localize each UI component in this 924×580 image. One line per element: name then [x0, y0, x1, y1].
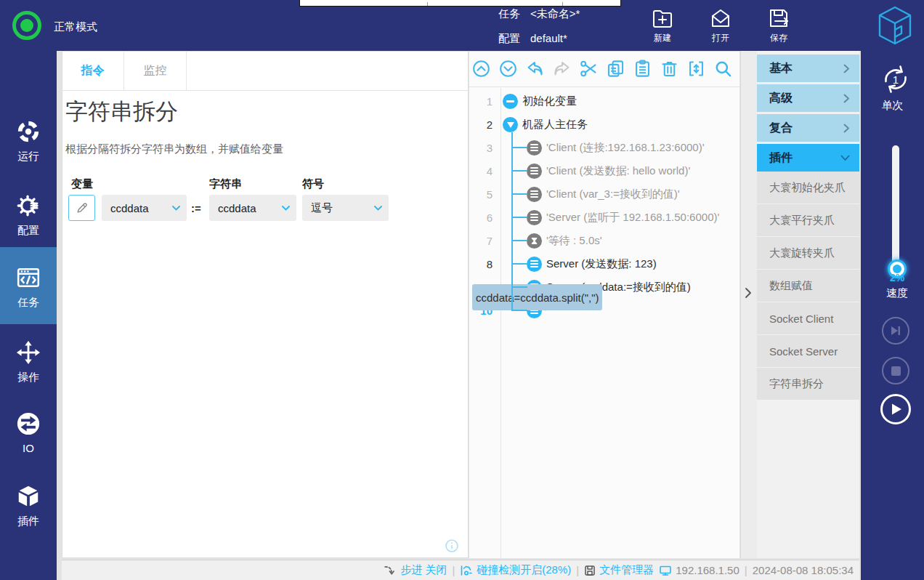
- library-item[interactable]: 数组赋值: [757, 270, 859, 302]
- edit-variable-button[interactable]: [68, 195, 95, 221]
- info-icon[interactable]: [445, 539, 459, 553]
- play-button[interactable]: [880, 394, 911, 424]
- run-control-panel: [861, 51, 924, 580]
- tree-row[interactable]: 5 'Client (var_3:=接收到的值)': [469, 182, 739, 206]
- tree-connector-stub: [511, 286, 527, 288]
- redo-button[interactable]: [552, 59, 572, 78]
- cut-button[interactable]: [579, 59, 599, 78]
- save-icon: [768, 7, 790, 29]
- sidebar-item-plugin[interactable]: 插件: [0, 484, 57, 528]
- tree-row[interactable]: 6 'Server (监听于 192.168.1.50:6000)': [469, 206, 739, 229]
- file-manager-link[interactable]: 文件管理器: [584, 563, 654, 577]
- open-button[interactable]: 打开: [700, 7, 741, 44]
- sidebar-item-label: 插件: [17, 515, 39, 528]
- collision-icon: [460, 565, 473, 576]
- status-separator: |: [576, 564, 579, 576]
- brand-logo-icon: [878, 6, 912, 45]
- play-icon: [890, 403, 902, 416]
- library-item-label: 大寰旋转夹爪: [769, 246, 835, 260]
- category-plugin[interactable]: 插件: [757, 144, 859, 172]
- step-forward-button[interactable]: [882, 317, 909, 345]
- tree-row-selected[interactable]: 10 ccddata=ccddata.split(","): [469, 299, 739, 322]
- wait-instruction-icon: [527, 233, 542, 249]
- tree-row-text: 初始化变量: [522, 94, 577, 108]
- left-sidebar: 运行 配置 任务 操作: [0, 51, 57, 580]
- tree-row[interactable]: 8 Server (发送数据: 123): [469, 252, 739, 275]
- ip-address: 192.168.1.50: [659, 564, 739, 576]
- sidebar-item-task[interactable]: 任务: [0, 247, 57, 324]
- instruction-description: 根据分隔符拆分字符串为数组，并赋值给变量: [65, 142, 283, 156]
- collapse-button[interactable]: [686, 59, 706, 78]
- library-item[interactable]: Socket Client: [757, 302, 859, 335]
- chevron-right-icon: [843, 64, 850, 73]
- library-item[interactable]: 大寰初始化夹爪: [757, 172, 859, 204]
- skip-icon: [890, 325, 901, 337]
- category-composite[interactable]: 复合: [757, 114, 859, 142]
- copy-button[interactable]: [606, 59, 625, 78]
- delete-button[interactable]: [660, 59, 679, 78]
- run-icon: [16, 119, 41, 144]
- program-tree: 1 初始化变量 2 机器人主任务 3 'Client (连接:192.168.1…: [469, 89, 739, 322]
- library-item[interactable]: Socket Server: [757, 335, 859, 368]
- stop-button[interactable]: [882, 357, 909, 384]
- sidebar-item-io[interactable]: IO: [0, 411, 57, 454]
- expand-panel-button[interactable]: [745, 287, 752, 299]
- sidebar-item-label: 运行: [17, 150, 39, 164]
- step-mode-status[interactable]: 步进 关闭: [384, 563, 447, 577]
- sidebar-item-jog[interactable]: 操作: [0, 340, 57, 384]
- category-label: 插件: [769, 150, 793, 166]
- open-button-label: 打开: [712, 32, 729, 44]
- search-button[interactable]: [713, 59, 733, 78]
- library-item[interactable]: 大寰平行夹爪: [757, 204, 859, 237]
- save-button[interactable]: 保存: [758, 7, 799, 44]
- open-file-icon: [710, 7, 732, 29]
- tree-row[interactable]: 1 初始化变量: [469, 89, 739, 113]
- tree-row-text: '等待 : 5.0s': [546, 234, 602, 248]
- move-down-button[interactable]: [498, 59, 518, 78]
- chevron-down-icon: [172, 206, 180, 211]
- single-run-label: 单次: [861, 99, 924, 113]
- sidebar-item-config[interactable]: 配置: [0, 193, 57, 238]
- library-item[interactable]: 大寰旋转夹爪: [757, 237, 859, 270]
- new-button[interactable]: 新建: [642, 7, 683, 44]
- variable-select[interactable]: ccddata: [102, 195, 187, 221]
- config-name-row: 配置 default*: [498, 32, 567, 46]
- line-number: 5: [469, 188, 500, 201]
- tree-toolbar: [469, 51, 739, 87]
- move-up-button[interactable]: [471, 59, 491, 78]
- expand-node-icon[interactable]: [503, 117, 518, 132]
- tree-row[interactable]: 3 'Client (连接:192.168.1.23:6000)': [469, 136, 739, 159]
- single-cycle-icon: 1: [879, 63, 912, 96]
- line-number: 4: [469, 165, 500, 177]
- single-run-button[interactable]: 1: [879, 63, 912, 96]
- sidebar-item-run[interactable]: 运行: [0, 119, 57, 164]
- task-code-icon: [16, 265, 41, 290]
- paste-button[interactable]: [633, 59, 652, 78]
- step-mode-icon: [384, 565, 397, 576]
- category-label: 复合: [769, 121, 793, 136]
- library-item-label: 字符串拆分: [769, 377, 824, 391]
- gear-icon: [16, 193, 41, 218]
- category-basic[interactable]: 基本: [757, 55, 859, 82]
- step-mode-text: 步进 关闭: [400, 563, 447, 577]
- undo-button[interactable]: [525, 59, 545, 78]
- tree-row[interactable]: 4 'Client (发送数据: hello world)': [469, 159, 739, 182]
- symbol-select[interactable]: 逗号: [302, 195, 389, 221]
- pencil-icon: [76, 201, 89, 214]
- collision-status[interactable]: 碰撞检测开启(28%): [460, 563, 571, 577]
- library-item[interactable]: 字符串拆分: [757, 368, 859, 400]
- tab-instruction[interactable]: 指令: [62, 51, 124, 90]
- tree-row[interactable]: 2 机器人主任务: [469, 113, 739, 136]
- tab-monitor[interactable]: 监控: [124, 51, 187, 90]
- top-overlay-strip: [299, 0, 621, 7]
- socket-instruction-icon: [527, 257, 542, 272]
- library-item-label: 大寰初始化夹爪: [769, 181, 846, 195]
- chevron-down-icon: [282, 206, 290, 211]
- speed-slider-track[interactable]: [892, 145, 899, 270]
- string-select[interactable]: ccddata: [209, 195, 296, 221]
- top-bar: 正常模式 任务 <未命名>* 配置 default* 新建 打开 保存: [0, 0, 924, 51]
- tree-row[interactable]: 7 '等待 : 5.0s': [469, 229, 739, 252]
- chevron-right-icon: [843, 124, 850, 133]
- file-manager-icon: [584, 565, 596, 576]
- category-advanced[interactable]: 高级: [757, 84, 859, 112]
